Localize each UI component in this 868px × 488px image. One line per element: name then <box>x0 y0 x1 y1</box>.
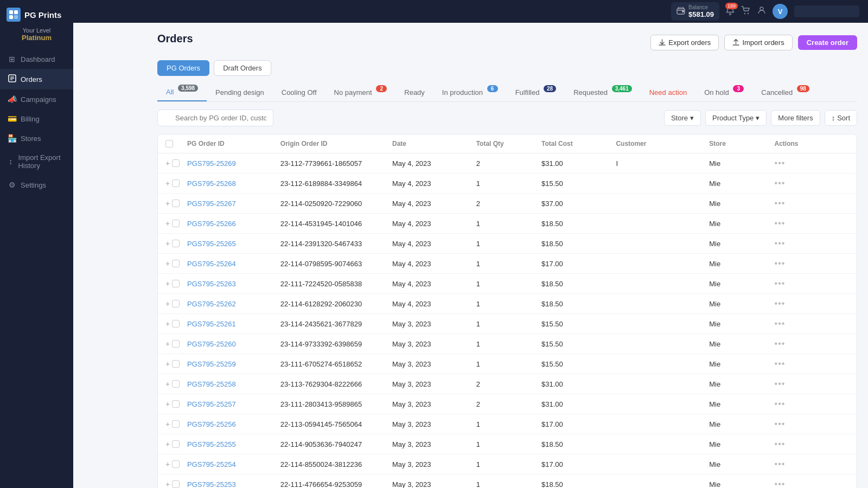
row-checkbox[interactable] <box>172 280 180 287</box>
tab-cooling-off[interactable]: Cooling Off <box>273 84 326 101</box>
tab-in-production[interactable]: In production 6 <box>433 84 507 101</box>
row-actions-button[interactable]: ••• <box>775 419 786 428</box>
more-filters-button[interactable]: More filters <box>771 110 820 126</box>
tab-requested[interactable]: Requested 3,461 <box>565 84 641 101</box>
tab-pg-orders[interactable]: PG Orders <box>157 60 209 76</box>
row-actions-button[interactable]: ••• <box>775 279 786 288</box>
tab-draft-orders[interactable]: Draft Orders <box>214 60 271 76</box>
row-checkbox[interactable] <box>172 420 180 428</box>
header-action-buttons: Export orders Import orders Create order <box>650 35 857 50</box>
row-expand-icon[interactable]: + <box>165 480 170 488</box>
row-actions-button[interactable]: ••• <box>775 219 786 228</box>
row-actions-button[interactable]: ••• <box>775 178 786 188</box>
row-actions-button[interactable]: ••• <box>775 359 786 368</box>
notification-btn[interactable]: 189 <box>726 5 735 17</box>
tab-pending-design[interactable]: Pending design <box>207 84 273 101</box>
row-expand-icon[interactable]: + <box>165 339 170 348</box>
cart-btn[interactable] <box>741 6 751 17</box>
header-checkbox[interactable] <box>165 140 173 147</box>
user-btn[interactable] <box>757 6 766 17</box>
row-controls: + <box>165 359 187 368</box>
sidebar-item-settings[interactable]: ⚙ Settings <box>0 175 73 195</box>
row-checkbox[interactable] <box>172 200 180 207</box>
search-input[interactable] <box>157 110 273 126</box>
row-expand-icon[interactable]: + <box>165 219 170 228</box>
row-expand-icon[interactable]: + <box>165 199 170 208</box>
tab-need-action[interactable]: Need action <box>641 84 695 101</box>
row-expand-icon[interactable]: + <box>165 319 170 328</box>
row-checkbox[interactable] <box>172 300 180 307</box>
row-expand-icon[interactable]: + <box>165 460 170 468</box>
avatar[interactable]: V <box>773 4 788 19</box>
row-checkbox[interactable] <box>172 340 180 348</box>
row-actions-button[interactable]: ••• <box>775 239 786 248</box>
svg-point-14 <box>760 7 763 10</box>
tab-all[interactable]: All 3,598 <box>157 84 207 101</box>
cell-pg-order-id: PGS795-25253 <box>187 480 280 489</box>
tab-no-payment[interactable]: No payment 2 <box>326 84 396 101</box>
sidebar-item-import-export-history[interactable]: ↕ Import Export History <box>0 148 73 175</box>
row-actions-button[interactable]: ••• <box>775 299 786 308</box>
cell-total-cost: $18.50 <box>541 440 616 448</box>
cell-date: May 3, 2023 <box>392 420 476 428</box>
row-actions-button[interactable]: ••• <box>775 158 786 168</box>
sidebar-item-campaigns[interactable]: 📣 Campaigns <box>0 89 73 109</box>
row-checkbox[interactable] <box>172 320 180 328</box>
row-checkbox[interactable] <box>172 240 180 247</box>
row-actions-button[interactable]: ••• <box>775 379 786 388</box>
sidebar-item-billing[interactable]: 💳 Billing <box>0 109 73 129</box>
create-order-button[interactable]: Create order <box>798 35 857 50</box>
tab-on-hold[interactable]: On hold 3 <box>695 84 752 101</box>
tab-ready[interactable]: Ready <box>395 84 433 101</box>
row-checkbox[interactable] <box>172 159 180 167</box>
row-expand-icon[interactable]: + <box>165 420 170 428</box>
row-checkbox[interactable] <box>172 400 180 408</box>
row-checkbox[interactable] <box>172 380 180 388</box>
row-expand-icon[interactable]: + <box>165 359 170 368</box>
sidebar-item-stores[interactable]: 🏪 Stores <box>0 129 73 148</box>
export-orders-button[interactable]: Export orders <box>650 35 719 50</box>
row-expand-icon[interactable]: + <box>165 259 170 268</box>
import-orders-button[interactable]: Import orders <box>724 35 792 50</box>
tab-cancelled[interactable]: Cancelled 98 <box>752 84 818 101</box>
row-checkbox[interactable] <box>172 460 180 468</box>
row-actions-button[interactable]: ••• <box>775 479 786 488</box>
cell-pg-order-id: PGS795-25260 <box>187 340 280 348</box>
billing-icon: 💳 <box>8 114 16 123</box>
row-checkbox[interactable] <box>172 260 180 267</box>
tab-fulfilled[interactable]: Fulfilled 28 <box>507 84 565 101</box>
wallet-icon <box>676 7 685 16</box>
sort-button[interactable]: ↕ Sort <box>825 110 857 126</box>
row-actions-button[interactable]: ••• <box>775 439 786 448</box>
row-checkbox[interactable] <box>172 220 180 227</box>
row-actions-button[interactable]: ••• <box>775 198 786 208</box>
row-expand-icon[interactable]: + <box>165 239 170 248</box>
row-actions-button[interactable]: ••• <box>775 259 786 268</box>
sidebar-item-dashboard[interactable]: ⊞ Dashboard <box>0 49 73 69</box>
topbar-search[interactable] <box>794 5 859 17</box>
table-row: + PGS795-25263 22-111-7224520-0585838 Ma… <box>158 274 857 294</box>
row-expand-icon[interactable]: + <box>165 400 170 408</box>
row-checkbox[interactable] <box>172 480 180 488</box>
row-checkbox[interactable] <box>172 360 180 368</box>
cell-total-cost: $37.00 <box>541 200 616 208</box>
store-filter[interactable]: Store ▾ <box>664 110 701 126</box>
row-actions-button[interactable]: ••• <box>775 399 786 408</box>
product-type-filter[interactable]: Product Type ▾ <box>705 110 767 126</box>
row-expand-icon[interactable]: + <box>165 179 170 188</box>
sidebar: PG Prints Your Level Platinum ⊞ Dashboar… <box>0 0 73 488</box>
row-expand-icon[interactable]: + <box>165 279 170 288</box>
row-expand-icon[interactable]: + <box>165 380 170 388</box>
row-actions-button[interactable]: ••• <box>775 459 786 468</box>
row-expand-icon[interactable]: + <box>165 159 170 168</box>
row-expand-icon[interactable]: + <box>165 299 170 308</box>
cell-store: Mie <box>709 300 774 308</box>
row-checkbox[interactable] <box>172 179 180 187</box>
row-expand-icon[interactable]: + <box>165 440 170 448</box>
cell-total-qty: 1 <box>476 440 541 448</box>
row-actions-button[interactable]: ••• <box>775 319 786 328</box>
tab-cancelled-label: Cancelled <box>761 88 793 97</box>
sidebar-item-orders[interactable]: Orders <box>0 69 73 89</box>
row-actions-button[interactable]: ••• <box>775 339 786 348</box>
row-checkbox[interactable] <box>172 440 180 448</box>
